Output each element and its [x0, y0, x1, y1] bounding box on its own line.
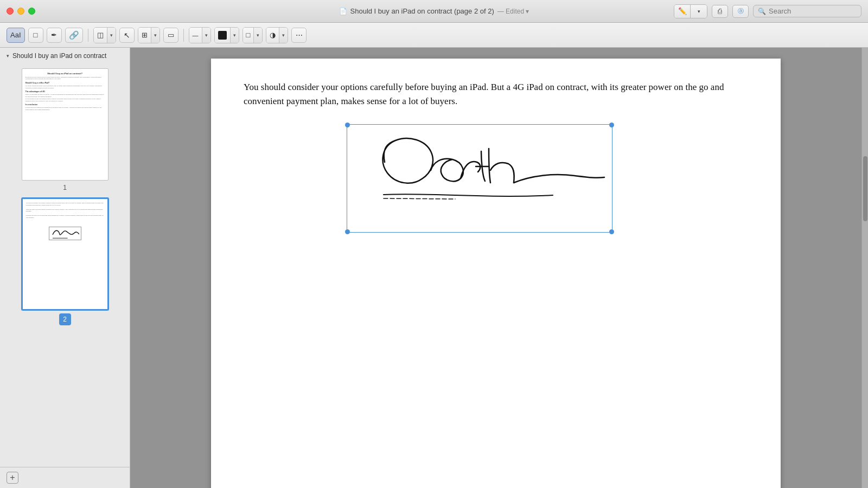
- page-2-number-badge: 2: [59, 313, 71, 325]
- page-2-content: You should consider your options careful…: [23, 199, 107, 309]
- opacity-button[interactable]: ◑: [266, 28, 279, 43]
- rect-tool-button[interactable]: ▭: [163, 28, 178, 43]
- page-1-thumbnail[interactable]: Should I buy an iPad on contract? Buying…: [22, 68, 108, 181]
- page-1-number: 1: [63, 184, 67, 191]
- shape-tool-group: ◫ ▾: [93, 27, 116, 43]
- traffic-lights: [7, 8, 35, 15]
- shape-tool-arrow[interactable]: ▾: [107, 28, 116, 43]
- window-title: Should I buy an iPad on contract (page 2…: [350, 7, 494, 15]
- scrollbar-thumb[interactable]: [863, 156, 867, 221]
- connector-tool-arrow[interactable]: ▾: [151, 28, 159, 43]
- add-page-button[interactable]: +: [7, 472, 18, 484]
- shape-tool-button[interactable]: ◫: [94, 28, 107, 43]
- signature-drawing: [347, 124, 612, 233]
- text-tool-button[interactable]: AaI: [7, 28, 25, 43]
- edited-badge[interactable]: — Edited ▾: [497, 8, 529, 15]
- sidebar-title: Should I buy an iPad on contract: [12, 52, 106, 60]
- page-1-container: Should I buy an iPad on contract? Buying…: [9, 68, 121, 191]
- sidebar-header: ▾ Should I buy an iPad on contract: [0, 48, 130, 64]
- line-width-group: — ▾: [189, 27, 211, 43]
- sidebar-chevron-icon[interactable]: ▾: [7, 53, 9, 59]
- more-options-button[interactable]: ⋯: [291, 28, 307, 43]
- minimize-button[interactable]: [17, 8, 24, 15]
- link-tool-button[interactable]: 🔗: [65, 28, 83, 43]
- title-bar: 📄 Should I buy an iPad on contract (page…: [0, 0, 868, 23]
- page-1-content: Should I buy an iPad on contract? Buying…: [22, 69, 108, 180]
- toolbar-separator-1: [88, 29, 88, 42]
- page-2-thumbnail[interactable]: You should consider your options careful…: [22, 198, 108, 310]
- document-page: You should consider your options careful…: [211, 59, 781, 488]
- fill-color-button[interactable]: [215, 28, 230, 43]
- close-button[interactable]: [7, 8, 14, 15]
- title-bar-right: ✏️ ▾ ⎙ ⓐ 🔍: [674, 4, 861, 18]
- pen-tool-button[interactable]: ✒: [47, 28, 62, 43]
- stroke-color-arrow[interactable]: ▾: [253, 28, 262, 43]
- document-icon: 📄: [339, 8, 347, 15]
- toolbar-separator-2: [183, 29, 184, 42]
- markup-button-group: ✏️ ▾: [674, 4, 707, 18]
- toolbar: AaI □ ✒ 🔗 ◫ ▾ ↖ ⊞ ▾ ▭ — ▾ ▾ □ ▾ ◑ ▾ ⋯: [0, 23, 868, 48]
- stroke-color-button[interactable]: □: [243, 28, 254, 43]
- share-button[interactable]: ⎙: [712, 5, 728, 18]
- sidebar: ▾ Should I buy an iPad on contract Shoul…: [0, 48, 130, 488]
- fill-color-arrow[interactable]: ▾: [230, 28, 239, 43]
- scrollbar-track: [861, 48, 868, 488]
- text-tool-label: AaI: [10, 31, 21, 39]
- fill-color-group: ▾: [214, 27, 239, 43]
- box-tool-button[interactable]: □: [28, 28, 43, 43]
- window-title-area: 📄 Should I buy an iPad on contract (page…: [339, 7, 529, 15]
- signature-container[interactable]: [347, 124, 612, 233]
- line-width-arrow[interactable]: ▾: [202, 28, 210, 43]
- page-thumbnails: Should I buy an iPad on contract? Buying…: [0, 64, 130, 467]
- page-2-container: You should consider your options careful…: [9, 198, 121, 325]
- search-icon: 🔍: [758, 8, 766, 15]
- markup-button[interactable]: ✏️: [674, 5, 691, 18]
- connector-tool-group: ⊞ ▾: [138, 27, 160, 43]
- line-width-button[interactable]: —: [189, 28, 202, 43]
- opacity-group: ◑ ▾: [266, 27, 288, 43]
- markup-dropdown-button[interactable]: ▾: [691, 5, 707, 18]
- main-area: ▾ Should I buy an iPad on contract Shoul…: [0, 48, 868, 488]
- search-input[interactable]: [769, 7, 857, 15]
- document-area: You should consider your options careful…: [130, 48, 861, 488]
- fill-color-swatch: [218, 31, 227, 40]
- sidebar-footer: +: [0, 467, 130, 488]
- maximize-button[interactable]: [28, 8, 35, 15]
- connector-tool-button[interactable]: ⊞: [138, 28, 151, 43]
- opacity-arrow[interactable]: ▾: [279, 28, 288, 43]
- cursor-tool-button[interactable]: ↖: [119, 28, 135, 43]
- accessibility-button[interactable]: ⓐ: [732, 5, 749, 18]
- page-body-text: You should consider your options careful…: [244, 80, 748, 108]
- search-box: 🔍: [753, 5, 861, 17]
- stroke-color-group: □ ▾: [242, 27, 263, 43]
